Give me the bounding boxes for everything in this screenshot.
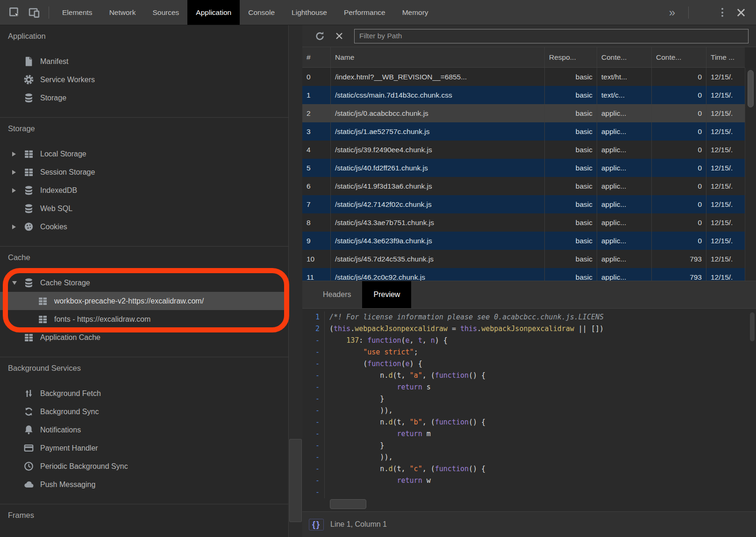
column-header-num[interactable]: # xyxy=(302,47,331,67)
inspect-element-button[interactable] xyxy=(7,5,22,21)
menu-button[interactable] xyxy=(715,6,730,19)
table-row[interactable]: 6/static/js/41.9f3d13a6.chunk.jsbasicapp… xyxy=(302,177,745,195)
cell-content_type: applic... xyxy=(597,141,652,159)
code-line: - return m xyxy=(302,428,756,440)
clear-x-icon xyxy=(335,31,344,41)
tabbar-left-tools xyxy=(0,5,54,21)
preview-tab-preview[interactable]: Preview xyxy=(362,281,411,308)
sidebar-item-local-storage[interactable]: Local Storage xyxy=(0,145,288,163)
device-toolbar-button[interactable] xyxy=(26,5,42,21)
line-number: - xyxy=(302,393,325,405)
tab-performance[interactable]: Performance xyxy=(335,0,394,25)
cell-response_type: basic xyxy=(545,86,597,104)
sidebar-item-fonts-https-excalidraw-com[interactable]: fonts - https://excalidraw.com xyxy=(0,310,288,328)
table-row[interactable]: 8/static/js/43.3ae7b751.chunk.jsbasicapp… xyxy=(302,213,745,232)
line-number: - xyxy=(302,405,325,417)
sidebar-item-payment-handler[interactable]: Payment Handler xyxy=(0,439,288,457)
column-header-conte[interactable]: Conte... xyxy=(652,47,706,67)
filter-by-path-input[interactable] xyxy=(354,29,749,43)
table-row[interactable]: 2/static/js/0.acabcbcc.chunk.jsbasicappl… xyxy=(302,104,745,122)
refresh-button[interactable] xyxy=(313,29,327,43)
sidebar-item-notifications[interactable]: Notifications xyxy=(0,421,288,439)
line-number: - xyxy=(302,370,325,382)
tab-sources[interactable]: Sources xyxy=(144,0,187,25)
code-line: 2(this.webpackJsonpexcalidraw = this.web… xyxy=(302,323,756,335)
column-header-name[interactable]: Name xyxy=(331,47,545,67)
sidebar-item-label: Cookies xyxy=(40,223,67,231)
sidebar-item-background-sync[interactable]: Background Sync xyxy=(0,403,288,421)
sidebar-item-application-cache[interactable]: Application Cache xyxy=(0,328,288,346)
sidebar-section-frames: Frames xyxy=(0,504,288,537)
table-row[interactable]: 3/static/js/1.ae52757c.chunk.jsbasicappl… xyxy=(302,122,745,141)
pane-splitter[interactable] xyxy=(289,25,302,537)
table-row[interactable]: 4/static/js/39.f2490ee4.chunk.jsbasicapp… xyxy=(302,141,745,159)
sidebar-item-push-messaging[interactable]: Push Messaging xyxy=(0,475,288,494)
column-header-time[interactable]: Time ... xyxy=(706,47,745,67)
sidebar-item-manifest[interactable]: Manifest xyxy=(0,52,288,71)
table-row[interactable]: 0/index.html?__WB_REVISION__=6855...basi… xyxy=(302,68,745,86)
chevron-right-icon[interactable] xyxy=(12,225,23,229)
sidebar-item-session-storage[interactable]: Session Storage xyxy=(0,163,288,181)
code-hscrollbar-thumb[interactable] xyxy=(330,499,366,509)
grid-header-row: #NameRespo...Conte...Conte...Time ... xyxy=(302,47,745,68)
tab-memory[interactable]: Memory xyxy=(394,0,437,25)
cursor-position-label: Line 1, Column 1 xyxy=(330,520,387,529)
sidebar-item-periodic-background-sync[interactable]: Periodic Background Sync xyxy=(0,457,288,475)
tab-application[interactable]: Application xyxy=(187,0,240,25)
more-tabs-button[interactable]: » xyxy=(663,5,682,20)
tab-network[interactable]: Network xyxy=(101,0,144,25)
close-devtools-button[interactable] xyxy=(734,5,749,20)
preview-tab-headers[interactable]: Headers xyxy=(312,281,362,308)
sidebar-item-workbox-precache-v2-https-excalidraw-com[interactable]: workbox-precache-v2-https://excalidraw.c… xyxy=(0,292,288,310)
sidebar-item-storage[interactable]: Storage xyxy=(0,89,288,107)
sidebar-item-cache-storage[interactable]: Cache Storage xyxy=(0,274,288,292)
grid-scrollbar-track[interactable] xyxy=(745,68,756,281)
tab-elements[interactable]: Elements xyxy=(54,0,101,25)
settings-button[interactable] xyxy=(695,5,711,21)
cell-content_type: applic... xyxy=(597,232,652,250)
cell-response_type: basic xyxy=(545,104,597,122)
cell-time: 12/15/. xyxy=(706,104,745,122)
section-title: Application xyxy=(0,30,288,42)
braces-icon[interactable]: {} xyxy=(309,519,324,530)
sidebar-item-service-workers[interactable]: Service Workers xyxy=(0,71,288,89)
table-icon xyxy=(23,167,34,177)
cell-time: 12/15/. xyxy=(706,141,745,159)
cell-num: 1 xyxy=(302,86,331,104)
sidebar-item-web-sql[interactable]: Web SQL xyxy=(0,199,288,218)
table-row[interactable]: 1/static/css/main.7d14b3cc.chunk.cssbasi… xyxy=(302,86,745,104)
chevron-down-icon[interactable] xyxy=(12,281,23,285)
table-row[interactable]: 7/static/js/42.7142f02c.chunk.jsbasicapp… xyxy=(302,195,745,213)
column-header-respo[interactable]: Respo... xyxy=(545,47,597,67)
tab-lighthouse[interactable]: Lighthouse xyxy=(283,0,335,25)
table-row[interactable]: 9/static/js/44.3e623f9a.chunk.jsbasicapp… xyxy=(302,232,745,250)
delete-selected-button[interactable] xyxy=(333,29,346,42)
code-text: 137: function(e, t, n) { xyxy=(325,335,448,346)
sidebar-item-indexeddb[interactable]: IndexedDB xyxy=(0,181,288,199)
tab-console[interactable]: Console xyxy=(240,0,283,25)
sidebar-scrollbar-thumb[interactable] xyxy=(289,439,302,522)
page-icon xyxy=(23,56,34,67)
toolbar-separator xyxy=(49,7,49,19)
sidebar-item-background-fetch[interactable]: Background Fetch xyxy=(0,384,288,403)
chevron-right-icon[interactable] xyxy=(12,188,23,193)
table-row[interactable]: 11/static/js/46.2c0c92.chunk.jsbasicappl… xyxy=(302,268,745,281)
column-header-conte[interactable]: Conte... xyxy=(597,47,652,67)
close-icon xyxy=(735,7,747,18)
sidebar-item-cookies[interactable]: Cookies xyxy=(0,218,288,236)
code-line: - 137: function(e, t, n) { xyxy=(302,335,756,346)
chevron-right-icon[interactable] xyxy=(12,152,23,156)
sidebar-section-application: ApplicationManifestService WorkersStorag… xyxy=(0,25,288,118)
device-toolbar-icon xyxy=(28,7,40,19)
table-row[interactable]: 10/static/js/45.7d24c535.chunk.jsbasicap… xyxy=(302,250,745,268)
table-row[interactable]: 5/static/js/40.fd2ff261.chunk.jsbasicapp… xyxy=(302,159,745,177)
cell-name: /static/js/46.2c0c92.chunk.js xyxy=(331,268,545,281)
inspect-cursor-icon xyxy=(8,7,21,19)
cell-content_type: applic... xyxy=(597,159,652,177)
chevron-right-icon[interactable] xyxy=(12,170,23,175)
up-down-arrows-icon xyxy=(23,388,34,399)
code-text: } xyxy=(325,393,384,405)
cell-content_type: text/c... xyxy=(597,86,652,104)
code-vscrollbar-thumb[interactable] xyxy=(750,312,755,341)
grid-scrollbar-thumb[interactable] xyxy=(748,70,754,107)
